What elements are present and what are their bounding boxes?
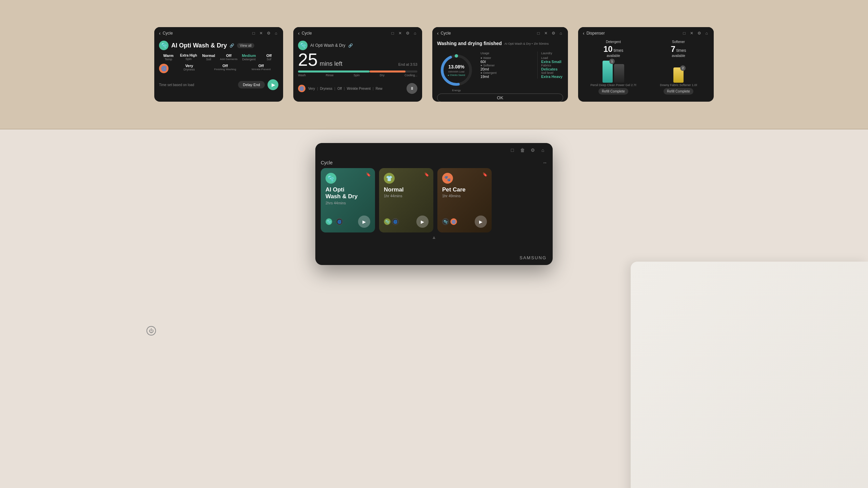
softener-label: Softener	[672, 40, 685, 44]
svg-text:● Checks Saved: ● Checks Saved	[448, 74, 465, 76]
stat-water: ● Water 60ℓ	[480, 56, 535, 64]
card3-nav[interactable]: ‹ Cycle	[437, 30, 451, 36]
pause-icon: ⏸	[410, 86, 414, 91]
stat-soil: Soil level Extra Heavy	[541, 71, 563, 79]
dry-icon: 🌀	[159, 64, 169, 73]
bookmark-icon-1[interactable]: 🔖	[366, 172, 371, 177]
normal-mini-icons: 🫧 🌀	[384, 218, 399, 225]
home-icon[interactable]: ⌂	[274, 31, 278, 36]
view-all-button[interactable]: View all	[237, 43, 254, 48]
progress-container: Wash Rinse Spin Dry Cooling...	[298, 70, 417, 77]
separator4: |	[373, 87, 374, 90]
card1-nav[interactable]: ‹ Cycle	[159, 30, 173, 36]
end-time: End at 3:53	[398, 62, 417, 66]
refill-detergent-button[interactable]: Refill Complete	[598, 88, 628, 95]
card4-nav[interactable]: ‹ Dispenser	[583, 30, 605, 36]
bottle-dark	[614, 64, 624, 83]
home-icon-4[interactable]: ⌂	[704, 31, 709, 36]
bookmark-icon-3[interactable]: 🔖	[482, 172, 488, 177]
detergent-section: Detergent 10 times available 1 Persil De…	[583, 40, 644, 95]
bottle-1-container: 1	[603, 61, 613, 83]
close-icon[interactable]: ✕	[259, 31, 263, 36]
stats-area: Usage ● Water 60ℓ ● Softener 20mℓ ● Dete…	[480, 52, 563, 89]
status-row: Very | Dryness | Off | Wrinkle Prevent |…	[308, 87, 382, 90]
scroll-up-indicator[interactable]: ▲	[321, 232, 547, 242]
ok-button[interactable]: OK	[437, 94, 563, 102]
normal-play-button[interactable]: ▶	[416, 216, 429, 228]
pause-button[interactable]: ⏸	[407, 83, 417, 94]
ai-opti-play-button[interactable]: ▶	[358, 216, 370, 228]
settings-icon-4[interactable]: ⚙	[697, 31, 702, 36]
refill-softener-button[interactable]: Refill Complete	[664, 88, 693, 95]
ai-opti-time: 2hrs 44mins	[326, 201, 370, 205]
svg-text:13.08%: 13.08%	[448, 64, 465, 69]
svg-text:kWh/kWh Load: kWh/kWh Load	[448, 70, 465, 73]
setting-temp: Warm Temp	[159, 54, 178, 61]
gauge-svg: 13.08% kWh/kWh Load ● Checks Saved	[438, 52, 475, 89]
status-rew: Rew	[376, 87, 382, 90]
detergent-count: 10	[604, 44, 613, 54]
display-header: □ 🗑 ⚙ ⌂	[315, 143, 553, 157]
cycle-title: 🫧 AI Opti Wash & Dry 🔗 View all	[159, 41, 278, 50]
close-icon-4[interactable]: ✕	[689, 31, 694, 36]
mini-wash-icon-3: 🫧	[442, 218, 449, 225]
card4-header: ‹ Dispenser □ ✕ ⚙ ⌂	[578, 27, 714, 38]
card3-header: ‹ Cycle □ ✕ ⚙ ⌂	[432, 27, 568, 38]
play-icon: ▶	[272, 82, 275, 87]
display-home-icon[interactable]: ⌂	[540, 147, 546, 153]
back-icon[interactable]: ‹	[159, 30, 161, 36]
delay-end-button[interactable]: Delay End	[238, 81, 265, 88]
pet-care-mini-icons: 🫧 🌀	[442, 218, 457, 225]
mini-dry-icon-2: 🌀	[392, 218, 399, 225]
minimize-icon-2[interactable]: □	[390, 31, 395, 36]
back-icon-3[interactable]: ‹	[437, 30, 439, 36]
card2-nav[interactable]: ‹ Cycle	[298, 30, 312, 36]
minimize-icon-3[interactable]: □	[536, 31, 541, 36]
bottle-2-badge: 2	[680, 65, 686, 71]
washing-done-card: ‹ Cycle □ ✕ ⚙ ⌂ Washing and drying finis…	[432, 27, 568, 102]
back-icon-2[interactable]: ‹	[298, 30, 300, 36]
softener-available: available	[672, 54, 685, 58]
close-icon-2[interactable]: ✕	[398, 31, 402, 36]
separator3: |	[344, 87, 345, 90]
settings-icon[interactable]: ⚙	[266, 31, 271, 36]
stage-dry: Dry	[380, 74, 384, 77]
ai-opti-title: AI OptiWash & Dry	[326, 186, 370, 200]
display-trash-icon[interactable]: 🗑	[519, 147, 526, 153]
home-icon-2[interactable]: ⌂	[413, 31, 417, 36]
home-icon-3[interactable]: ⌂	[558, 31, 563, 36]
setting-garments: Off Add Garments	[219, 54, 238, 61]
back-icon-4[interactable]: ‹	[583, 30, 585, 36]
stage-rinse: Rinse	[326, 74, 334, 77]
done-subtitle: AI Opti Wash & Dry • 1hr 50mins	[505, 42, 549, 45]
settings-icon-2[interactable]: ⚙	[405, 31, 410, 36]
stat-fabrics: Fabrics Delicates	[541, 64, 563, 71]
close-icon-3[interactable]: ✕	[544, 31, 548, 36]
play-icon-3: ▶	[479, 219, 482, 224]
status-dryness: Very	[308, 87, 315, 90]
pet-care-title: Pet Care	[442, 186, 487, 193]
minimize-icon-4[interactable]: □	[682, 31, 687, 36]
stage-wash: Wash	[298, 74, 306, 77]
softener-count: 7	[671, 44, 675, 54]
display-minimize-icon[interactable]: □	[509, 147, 515, 153]
progress-fill-orange	[370, 70, 406, 73]
wash-icon-2: 🫧	[298, 41, 308, 50]
cycle-card-normal[interactable]: 🔖 👕 Normal 1hr 44mins 🫧 🌀 ▶	[379, 168, 433, 232]
stat-load: Load Extra Small	[541, 56, 563, 64]
expand-icon[interactable]: ↔	[542, 160, 547, 165]
minimize-icon[interactable]: □	[251, 31, 256, 36]
power-button[interactable]: ⏻	[146, 326, 156, 336]
cycle-card-ai-opti[interactable]: 🔖 🫧 AI OptiWash & Dry 2hrs 44mins 🫧 · 🌀 …	[321, 168, 375, 232]
play-icon-2: ▶	[421, 219, 424, 224]
bookmark-icon-2[interactable]: 🔖	[424, 172, 429, 177]
start-button[interactable]: ▶	[268, 79, 278, 90]
card3-body: 13.08% kWh/kWh Load ● Checks Saved Energ…	[432, 48, 568, 92]
stat-softener: ● Softener 20mℓ	[480, 64, 535, 71]
cycle-card-pet-care[interactable]: 🔖 🐾 Pet Care 1hr 49mins 🫧 🌀 ▶	[437, 168, 492, 232]
setting-wrinkle: Off Wrinkle Prevent	[244, 64, 278, 71]
display-settings-icon[interactable]: ⚙	[530, 147, 536, 153]
pet-care-play-button[interactable]: ▶	[475, 216, 487, 228]
settings-icon-3[interactable]: ⚙	[551, 31, 556, 36]
setting-finishing: Off Finishing Washing	[208, 64, 242, 71]
